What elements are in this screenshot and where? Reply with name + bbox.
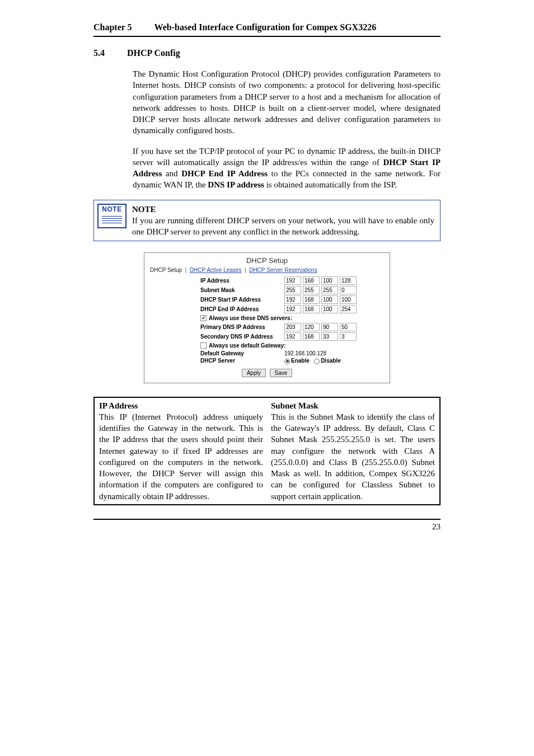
dhcp-panel-title: DHCP Setup bbox=[150, 256, 384, 265]
paragraph-1: The Dynamic Host Configuration Protocol … bbox=[133, 68, 441, 137]
end-ip-oct1[interactable]: 192 bbox=[284, 305, 301, 313]
page-number: 23 bbox=[432, 522, 441, 531]
label-end-ip: DHCP End IP Address bbox=[200, 306, 284, 312]
apply-button[interactable]: Apply bbox=[242, 369, 266, 377]
sdns-oct1[interactable]: 192 bbox=[284, 332, 301, 341]
row-subnet-mask: Subnet Mask 255 255 255 0 bbox=[150, 286, 384, 294]
label-ip-address: IP Address bbox=[200, 278, 284, 284]
ip-address-oct4[interactable]: 128 bbox=[340, 276, 357, 285]
page-header: Chapter 5 Web-based Interface Configurat… bbox=[93, 22, 441, 37]
sdns-oct2[interactable]: 168 bbox=[303, 332, 320, 341]
pdns-oct4[interactable]: 50 bbox=[340, 323, 357, 331]
start-ip-oct2[interactable]: 168 bbox=[303, 295, 320, 304]
label-default-gw: Default Gateway bbox=[200, 350, 284, 356]
dhcp-tabs: DHCP Setup | DHCP Active Leases | DHCP S… bbox=[150, 267, 384, 273]
tab-dhcp-server-reservations[interactable]: DHCP Server Reservations bbox=[249, 267, 317, 273]
row-end-ip: DHCP End IP Address 192 168 100 254 bbox=[150, 305, 384, 313]
row-secondary-dns: Secondary DNS IP Address 192 168 33 3 bbox=[150, 332, 384, 341]
note-icon-label: NOTE bbox=[99, 205, 125, 213]
tab-dhcp-active-leases[interactable]: DHCP Active Leases bbox=[190, 267, 242, 273]
label-start-ip: DHCP Start IP Address bbox=[200, 297, 284, 303]
note-icon-lines bbox=[99, 213, 125, 227]
row-ip-address: IP Address 192 168 100 128 bbox=[150, 276, 384, 285]
default-gw-value: 192.168.100.128 bbox=[284, 350, 326, 356]
def-subnet-text: This is the Subnet Mask to identify the … bbox=[271, 412, 435, 501]
ip-address-oct3[interactable]: 100 bbox=[321, 276, 338, 285]
p2d: DHCP End IP Address bbox=[181, 169, 268, 178]
subnet-oct2[interactable]: 255 bbox=[303, 286, 320, 294]
p2c: and bbox=[162, 169, 181, 178]
def-subnet-title: Subnet Mask bbox=[271, 401, 318, 410]
pdns-oct3[interactable]: 90 bbox=[321, 323, 338, 331]
radio-enable-label: Enable bbox=[291, 358, 310, 364]
def-ip-title: IP Address bbox=[99, 401, 138, 410]
start-ip-oct4[interactable]: 100 bbox=[340, 295, 357, 304]
label-secondary-dns: Secondary DNS IP Address bbox=[200, 334, 284, 340]
row-primary-dns: Primary DNS IP Address 203 120 90 50 bbox=[150, 323, 384, 331]
chapter-number: Chapter 5 bbox=[93, 22, 132, 32]
note-title: NOTE bbox=[132, 205, 156, 214]
label-subnet-mask: Subnet Mask bbox=[200, 287, 284, 293]
pdns-oct1[interactable]: 203 bbox=[284, 323, 301, 331]
p2g: is obtained automatically from the ISP. bbox=[264, 180, 397, 189]
label-primary-dns: Primary DNS IP Address bbox=[200, 324, 284, 330]
note-icon: NOTE bbox=[97, 204, 127, 228]
row-gw-check: Always use default Gateway: bbox=[150, 342, 384, 349]
end-ip-oct3[interactable]: 100 bbox=[321, 305, 338, 313]
paragraph-2: If you have set the TCP/IP protocol of y… bbox=[133, 145, 441, 191]
tab-dhcp-setup[interactable]: DHCP Setup bbox=[150, 267, 182, 273]
subnet-oct4[interactable]: 0 bbox=[340, 286, 357, 294]
note-body: If you are running different DHCP server… bbox=[132, 216, 434, 236]
p2f: DNS IP address bbox=[208, 180, 264, 189]
dns-check-label: Always use these DNS servers: bbox=[209, 315, 292, 321]
radio-disable[interactable] bbox=[314, 359, 320, 364]
ip-address-oct1[interactable]: 192 bbox=[284, 276, 301, 285]
radio-enable[interactable] bbox=[284, 359, 290, 364]
radio-disable-label: Disable bbox=[321, 358, 341, 364]
def-ip-address: IP Address This IP (Internet Protocol) a… bbox=[99, 400, 263, 502]
subnet-oct3[interactable]: 255 bbox=[321, 286, 338, 294]
section-title: DHCP Config bbox=[127, 48, 180, 58]
row-dhcp-server: DHCP Server Enable Disable bbox=[150, 358, 384, 364]
note-text: NOTE If you are running different DHCP s… bbox=[130, 200, 440, 241]
section-heading: 5.4 DHCP Config bbox=[93, 48, 441, 58]
dhcp-setup-panel: DHCP Setup DHCP Setup | DHCP Active Leas… bbox=[144, 252, 390, 383]
start-ip-oct3[interactable]: 100 bbox=[321, 295, 338, 304]
save-button[interactable]: Save bbox=[270, 369, 293, 377]
section-number: 5.4 bbox=[93, 48, 105, 58]
dhcp-buttons: Apply Save bbox=[150, 369, 384, 377]
definitions-table: IP Address This IP (Internet Protocol) a… bbox=[93, 397, 441, 505]
row-dns-check: ✓ Always use these DNS servers: bbox=[150, 315, 384, 321]
ip-address-oct2[interactable]: 168 bbox=[303, 276, 320, 285]
gw-check-label: Always use default Gateway: bbox=[209, 342, 285, 349]
def-ip-text: This IP (Internet Protocol) address uniq… bbox=[99, 412, 263, 501]
label-dhcp-server: DHCP Server bbox=[200, 358, 284, 364]
chapter-title: Web-based Interface Configuration for Co… bbox=[154, 22, 377, 32]
dns-checkbox[interactable]: ✓ bbox=[200, 315, 207, 321]
row-default-gw: Default Gateway 192.168.100.128 bbox=[150, 350, 384, 356]
gw-checkbox[interactable] bbox=[200, 342, 207, 349]
end-ip-oct4[interactable]: 254 bbox=[340, 305, 357, 313]
sdns-oct3[interactable]: 33 bbox=[321, 332, 338, 341]
note-block: NOTE NOTE If you are running different D… bbox=[93, 200, 441, 242]
sdns-oct4[interactable]: 3 bbox=[340, 332, 357, 341]
pdns-oct2[interactable]: 120 bbox=[303, 323, 320, 331]
end-ip-oct2[interactable]: 168 bbox=[303, 305, 320, 313]
page-footer: 23 bbox=[93, 519, 441, 532]
subnet-oct1[interactable]: 255 bbox=[284, 286, 301, 294]
def-subnet-mask: Subnet Mask This is the Subnet Mask to i… bbox=[271, 400, 435, 502]
row-start-ip: DHCP Start IP Address 192 168 100 100 bbox=[150, 295, 384, 304]
note-icon-cell: NOTE bbox=[94, 200, 130, 241]
start-ip-oct1[interactable]: 192 bbox=[284, 295, 301, 304]
